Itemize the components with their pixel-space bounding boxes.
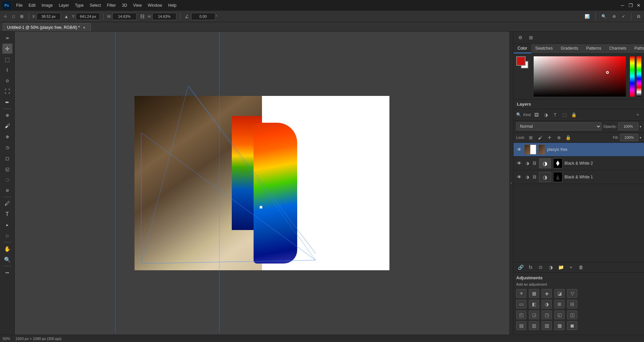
menu-type[interactable]: Type xyxy=(72,2,86,9)
menu-image[interactable]: Image xyxy=(39,2,55,9)
layer-mask-btn-bw2[interactable]: ◑ xyxy=(524,160,530,166)
layer-group-button[interactable]: 📁 xyxy=(556,264,565,271)
layer-chain-bw1[interactable]: ⛓ xyxy=(532,174,537,180)
layer-delete-button[interactable]: 🗑 xyxy=(577,264,585,271)
layer-filter-adjust[interactable]: ◑ xyxy=(542,111,549,118)
layer-filter-smart[interactable]: 🔒 xyxy=(570,111,578,118)
adj-pattern-button[interactable]: ▨ xyxy=(542,321,552,330)
panel-collapse-handle[interactable]: ‹ xyxy=(509,32,513,335)
extra-tools-button[interactable]: ••• xyxy=(2,268,12,278)
layer-add-button[interactable]: + xyxy=(567,264,575,271)
crop-tool[interactable]: ⛶ xyxy=(2,87,12,97)
color-gradient[interactable] xyxy=(534,56,626,97)
history-tool[interactable]: ◷ xyxy=(2,142,12,153)
adj-curves-button[interactable]: ◈ xyxy=(542,289,552,298)
tools-expand-button[interactable]: ≫ xyxy=(2,33,12,43)
quick-select-tool[interactable]: ⊙ xyxy=(2,76,12,86)
transform-options[interactable]: □ xyxy=(11,13,16,20)
panel-icon-1[interactable]: ⚙ xyxy=(516,33,525,42)
layer-filter-toggle[interactable]: ⚬ xyxy=(634,111,641,118)
adj-photofilter-button[interactable]: ⊞ xyxy=(554,300,565,308)
adj-posterize-button[interactable]: ◳ xyxy=(542,310,552,319)
menu-edit[interactable]: Edit xyxy=(26,2,38,9)
tab-color[interactable]: Color xyxy=(514,44,531,53)
adj-levels-button[interactable]: ▦ xyxy=(529,289,539,298)
layer-link-button[interactable]: 🔗 xyxy=(516,264,525,271)
adj-selectivecolor-button[interactable]: ◫ xyxy=(567,310,577,319)
layer-eye-bw1[interactable]: 👁 xyxy=(516,174,522,180)
layer-fx-button[interactable]: fx xyxy=(526,264,535,271)
clone-tool[interactable]: ⊗ xyxy=(2,132,12,142)
layer-row-bw1[interactable]: 👁 ◑ ⛓ ◑ Black & White 1 xyxy=(514,170,644,184)
menu-select[interactable]: Select xyxy=(87,2,103,9)
adj-brightness-button[interactable]: ☀ xyxy=(516,289,526,298)
spectrum-strip[interactable] xyxy=(637,56,641,97)
tab-swatches[interactable]: Swatches xyxy=(531,44,557,53)
workspace-layouts-button[interactable]: ⊟ xyxy=(635,13,642,20)
adj-huesaturation-button[interactable]: ▭ xyxy=(516,300,526,308)
layer-mask-button[interactable]: ⊙ xyxy=(536,264,545,271)
eraser-tool[interactable]: ◻ xyxy=(2,153,12,163)
hand-tool[interactable]: ✋ xyxy=(2,244,12,254)
fill-arrow[interactable]: ▾ xyxy=(640,136,641,139)
menu-file[interactable]: File xyxy=(13,2,25,9)
lock-position-button[interactable]: ✛ xyxy=(546,134,553,141)
minimize-button[interactable]: ─ xyxy=(620,3,625,8)
layer-eye-bw2[interactable]: 👁 xyxy=(516,160,522,166)
lock-pixels-button[interactable]: 🖌 xyxy=(536,134,544,141)
confirm-transform-button[interactable]: ✓ xyxy=(620,13,627,20)
path-select-tool[interactable]: ▸ xyxy=(2,220,12,230)
adj-solidcolor-button[interactable]: ▥ xyxy=(529,321,539,330)
opacity-input[interactable] xyxy=(618,122,638,130)
panel-icon-2[interactable]: ⊞ xyxy=(526,33,536,42)
move-tool-options[interactable]: ⊹ xyxy=(2,13,9,20)
hue-strip[interactable] xyxy=(630,56,635,97)
document-tab[interactable]: Untitled-1 @ 50% (plasyic free, RGB/8) *… xyxy=(3,23,91,31)
layer-filter-type[interactable]: T xyxy=(551,111,559,118)
lock-artboard-button[interactable]: ⊕ xyxy=(555,134,562,141)
maximize-button[interactable]: ❐ xyxy=(628,3,633,8)
layer-filter-pixel[interactable]: 🖼 xyxy=(533,111,540,118)
lock-transparent-button[interactable]: ⊞ xyxy=(527,134,534,141)
menu-3d[interactable]: 3D xyxy=(119,2,129,9)
w-input[interactable] xyxy=(112,13,137,20)
foreground-color[interactable] xyxy=(516,56,526,66)
adj-gradientmap-button[interactable]: ▤ xyxy=(516,321,526,330)
menu-window[interactable]: Window xyxy=(145,2,165,9)
healing-tool[interactable]: ⊕ xyxy=(2,110,12,120)
adj-channelmixer-button[interactable]: ⊟ xyxy=(567,300,577,308)
text-tool[interactable]: T xyxy=(2,209,12,219)
layer-filter-shape[interactable]: ⬚ xyxy=(561,111,568,118)
menu-view[interactable]: View xyxy=(130,2,145,9)
cancel-transform-button[interactable]: ⊘ xyxy=(611,13,618,20)
layer-eye-plasyic-free[interactable]: 👁 xyxy=(516,147,522,153)
menu-filter[interactable]: Filter xyxy=(104,2,119,9)
fill-input[interactable] xyxy=(620,134,638,141)
blend-mode-select[interactable]: Normal Dissolve Multiply Screen Overlay xyxy=(516,122,601,130)
eyedropper-tool[interactable]: ✒ xyxy=(2,97,12,107)
layer-chain-bw2[interactable]: ⛓ xyxy=(532,160,537,166)
blur-tool[interactable]: ◌ xyxy=(2,175,12,185)
adj-threshold-button[interactable]: ◱ xyxy=(554,310,565,319)
layer-row-bw2[interactable]: 👁 ◑ ⛓ ◑ Black & White 2 xyxy=(514,157,644,170)
tab-close-button[interactable]: × xyxy=(82,25,87,30)
layer-row-plasyic-free[interactable]: 👁 plasyic free xyxy=(514,143,644,157)
angle-input[interactable] xyxy=(191,13,215,20)
gradient-tool[interactable]: ◱ xyxy=(2,164,12,174)
adj-invert-button[interactable]: ◲ xyxy=(529,310,539,319)
adj-blackwhite-button[interactable]: ◑ xyxy=(542,300,552,308)
color-gradient-area[interactable] xyxy=(534,56,626,97)
adj-gradient-button[interactable]: ▩ xyxy=(554,321,565,330)
menu-help[interactable]: Help xyxy=(165,2,179,9)
x-input[interactable] xyxy=(37,13,61,20)
layer-adjustment-button[interactable]: ◑ xyxy=(546,264,555,271)
zoom-tool[interactable]: 🔍 xyxy=(2,254,12,265)
select-rect-tool[interactable]: ⬚ xyxy=(2,54,12,64)
tab-gradients[interactable]: Gradients xyxy=(557,44,582,53)
shape-tool[interactable]: □ xyxy=(2,231,12,241)
link-icon[interactable]: ⛓ xyxy=(139,13,146,20)
adj-vignette-button[interactable]: ◼ xyxy=(567,321,577,330)
h-input[interactable] xyxy=(152,13,176,20)
select-lasso-tool[interactable]: ⌇ xyxy=(2,65,12,75)
layer-mask-btn-bw1[interactable]: ◑ xyxy=(524,174,530,180)
